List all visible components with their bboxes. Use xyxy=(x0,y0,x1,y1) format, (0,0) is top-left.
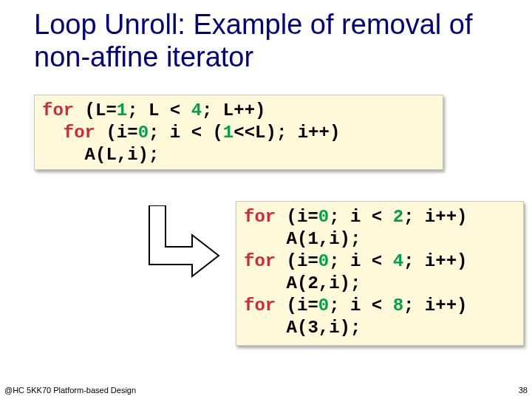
footer-text: @HC 5KK70 Platform-based Design xyxy=(4,386,136,395)
code-text: ; i < xyxy=(329,251,392,271)
lit: 2 xyxy=(393,207,403,227)
code-text: (i= xyxy=(276,207,318,227)
lit: 0 xyxy=(138,123,149,143)
code-text: (i= xyxy=(276,296,318,316)
slide-title: Loop Unroll: Example of removal of non-a… xyxy=(34,9,492,73)
code-text: A(1,i); xyxy=(244,229,361,249)
lit: 0 xyxy=(318,296,329,316)
code-text: ; i < ( xyxy=(149,123,223,143)
code-box-unrolled: for (i=0; i < 2; i++) A(1,i); for (i=0; … xyxy=(236,201,524,346)
code-text: ; L++) xyxy=(202,100,265,120)
code-text: ; i++) xyxy=(403,207,467,227)
kw-for: for xyxy=(42,100,74,120)
code-box-original: for (L=1; L < 4; L++) for (i=0; i < (1<<… xyxy=(34,95,443,170)
code-text: <<L); i++) xyxy=(233,123,340,143)
transform-arrow-icon xyxy=(139,205,220,294)
page-number: 38 xyxy=(519,386,528,395)
lit: 4 xyxy=(191,100,202,120)
code-text: ; i++) xyxy=(403,296,467,316)
lit: 0 xyxy=(318,251,329,271)
lit: 1 xyxy=(117,100,127,120)
lit: 8 xyxy=(393,296,403,316)
code-text: (L= xyxy=(74,100,117,120)
code-text: ; i < xyxy=(329,207,392,227)
code-text: ; i < xyxy=(329,296,392,316)
lit: 1 xyxy=(223,123,233,143)
lit: 0 xyxy=(318,207,329,227)
kw-for: for xyxy=(244,296,276,316)
kw-for: for xyxy=(244,251,276,271)
kw-for: for xyxy=(42,123,95,143)
code-text: A(L,i); xyxy=(42,145,159,165)
lit: 4 xyxy=(393,251,403,271)
code-text: (i= xyxy=(276,251,318,271)
code-text: A(2,i); xyxy=(244,273,361,293)
code-text: A(3,i); xyxy=(244,318,361,338)
code-text: (i= xyxy=(95,123,138,143)
code-text: ; L < xyxy=(127,100,191,120)
code-text: ; i++) xyxy=(403,251,467,271)
kw-for: for xyxy=(244,207,276,227)
